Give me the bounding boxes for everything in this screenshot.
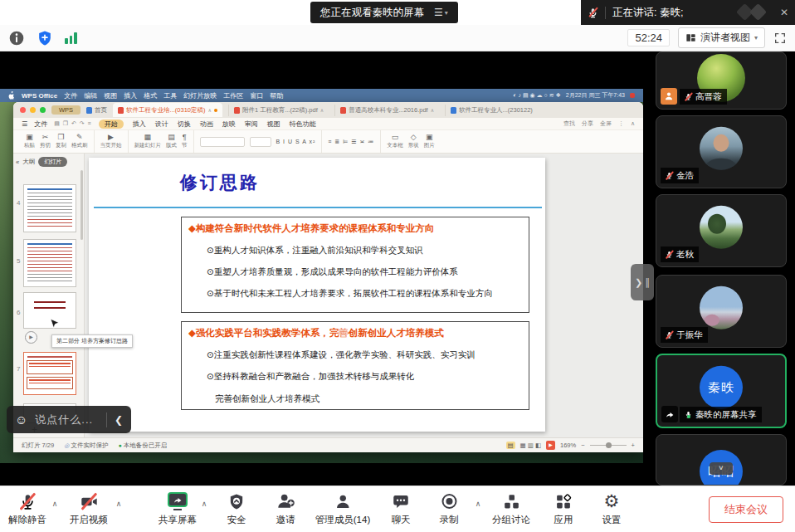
slide-layout-button[interactable]: ▤ 版式 — [166, 134, 177, 149]
apps-button[interactable]: 应用 — [554, 492, 573, 526]
paragraph-align-buttons[interactable]: ≡ ≣ ⊨ ☰ ≍ ≔ — [328, 139, 374, 145]
meeting-info-icon[interactable] — [8, 30, 25, 46]
sidebar-collapse-handle[interactable]: ❯ ∥ — [631, 264, 654, 300]
menu-format[interactable]: 格式 — [144, 91, 157, 100]
window-traffic-lights[interactable] — [20, 107, 46, 113]
unmute-options-caret[interactable]: ∧ — [52, 500, 58, 508]
share-screen-button[interactable]: 共享屏幕 — [159, 492, 197, 526]
wps-brand-tab[interactable]: WPS — [51, 105, 80, 115]
video-options-caret[interactable]: ∧ — [116, 500, 122, 508]
collapse-chat-icon[interactable]: ❮ — [115, 414, 123, 426]
menu-window[interactable]: 窗口 — [250, 91, 263, 100]
menu-help[interactable]: 帮助 — [270, 91, 283, 100]
ribbon-collapse-icon[interactable]: ∧ — [631, 120, 635, 127]
menu-slideshow[interactable]: 幻灯片放映 — [183, 91, 217, 100]
zoom-in-icon[interactable]: + — [632, 442, 635, 449]
ribbon-tab-home[interactable]: 开始 — [99, 120, 124, 129]
play-from-current-button[interactable]: ▶ 当页开始 — [100, 134, 122, 149]
end-meeting-button[interactable]: 结束会议 — [709, 496, 783, 523]
slide-thumbnail-4[interactable] — [23, 184, 76, 232]
doc-tab-pdf-2[interactable]: 普通高校本科专业...2016.pdf ∧ — [334, 105, 439, 116]
ribbon-find-button[interactable]: 查找 — [563, 120, 575, 128]
slide-thumbnail-7-selected[interactable] — [23, 352, 76, 395]
slide-thumbnail-5[interactable] — [23, 239, 76, 287]
wps-home-tab[interactable]: 首页 — [86, 106, 107, 115]
share-options-caret[interactable]: ∧ — [202, 500, 207, 508]
view-mode-icons[interactable]: ▦ ▥ ◧ — [520, 442, 541, 449]
view-normal-icon[interactable]: ▤ — [506, 442, 515, 449]
play-slideshow-icon[interactable]: ▶ — [25, 331, 37, 344]
invite-button[interactable]: 邀请 — [276, 492, 295, 526]
ribbon-tab-transition[interactable]: 切换 — [178, 120, 191, 129]
cut-button[interactable]: ✂ 剪切 — [40, 134, 51, 149]
doc-tab-active[interactable]: 软件工程专业培...(0310定稿) ∧ — [113, 103, 222, 117]
settings-button[interactable]: ⚙ 设置 — [602, 492, 622, 526]
section-button[interactable]: ¶ 节 — [182, 134, 188, 149]
breakout-rooms-button[interactable]: 分组讨论 — [492, 492, 530, 526]
start-video-button[interactable]: 开启视频 — [70, 492, 108, 526]
record-options-caret[interactable]: ∧ — [476, 500, 481, 508]
ribbon-share-button[interactable]: 分享 — [582, 120, 593, 128]
ribbon-fullscreen-button[interactable]: 全屏 — [600, 120, 612, 128]
menubar-status-icons[interactable]: ◐ ♪ ▤ ◉ ☁ ○ ≋ ❖ — [513, 92, 560, 99]
participant-tile-zhaozhao[interactable]: 昭昭 — [656, 434, 787, 486]
paste-button[interactable]: ▣ 粘贴 — [24, 134, 35, 149]
banner-menu-icon[interactable]: ☰ ▾ — [434, 7, 448, 18]
new-slide-button[interactable]: ▦ 新建幻灯片 — [134, 134, 162, 149]
security-button[interactable]: 安全 — [227, 492, 246, 526]
font-size-select[interactable] — [250, 137, 271, 147]
ribbon-more-icon[interactable]: ⋮ — [618, 120, 624, 127]
fullscreen-icon[interactable] — [773, 32, 787, 45]
chat-button[interactable]: 聊天 — [392, 492, 411, 526]
format-painter-button[interactable]: ✎ 格式刷 — [71, 134, 88, 149]
ribbon-tab-insert[interactable]: 插入 — [133, 120, 146, 129]
manage-members-button[interactable]: 管理成员(14) — [315, 492, 370, 526]
panel-collapse-icon[interactable]: « — [16, 159, 19, 166]
participant-tile-laoqiu[interactable]: 老秋 — [656, 194, 787, 267]
font-style-buttons[interactable]: B I U S A x² — [276, 139, 316, 144]
slideshow-play-icon[interactable]: ▶ — [546, 441, 555, 450]
chat-input-placeholder[interactable]: 说点什么... — [35, 412, 93, 427]
doc-tab-pdf-1[interactable]: 附件1 工程教育...(22稿).pdf ∧ — [228, 105, 329, 116]
textbox-button[interactable]: ▭ 文本框 — [387, 134, 403, 149]
menu-view[interactable]: 视图 — [104, 91, 117, 100]
panel-scrollbar[interactable] — [80, 170, 83, 240]
ribbon-tab-view[interactable]: 视图 — [267, 120, 280, 129]
ribbon-file-button[interactable]: 文件 — [34, 120, 47, 129]
zoom-slider[interactable] — [590, 445, 627, 446]
menu-workspace[interactable]: 工作区 — [223, 91, 243, 100]
box1-bullet: ⊙重构人才知识体系，注重融入前沿知识和学科交叉知识 — [182, 245, 529, 256]
picture-button[interactable]: ▣ 图片 — [424, 134, 435, 149]
zoom-out-icon[interactable]: − — [581, 442, 584, 449]
ribbon-tab-design[interactable]: 设计 — [155, 120, 168, 129]
font-family-select[interactable] — [200, 137, 245, 147]
ribbon-tab-features[interactable]: 特色功能 — [290, 120, 316, 129]
outline-tab[interactable]: 大纲 — [22, 158, 35, 166]
ribbon-tab-animation[interactable]: 动画 — [200, 120, 213, 129]
quick-access-icons[interactable]: ▤ ❐ ↶ ↷ ≡ — [54, 120, 91, 127]
ribbon-menu-icon[interactable]: ☰ — [22, 120, 27, 128]
participant-tile-gaojinrong[interactable]: 高晋蓉 — [656, 51, 787, 110]
menu-file[interactable]: 文件 — [64, 91, 77, 100]
menu-edit[interactable]: 编辑 — [84, 91, 97, 100]
view-mode-button[interactable]: 演讲者视图 ▾ — [678, 27, 765, 48]
record-button[interactable]: 录制 — [440, 492, 459, 526]
participant-tile-yuzhenhua[interactable]: 于振华 — [656, 275, 787, 348]
scroll-participants-icon[interactable]: ˅ — [710, 462, 733, 475]
ribbon-tab-review[interactable]: 审阅 — [245, 120, 258, 129]
close-icon[interactable]: ✕ — [780, 7, 788, 18]
doc-tab-doc[interactable]: 软件工程专业人...(230122) — [445, 105, 538, 116]
security-shield-icon[interactable] — [37, 30, 53, 46]
slides-tab[interactable]: 幻灯片 — [38, 157, 67, 167]
copy-button[interactable]: ❐ 复制 — [56, 134, 66, 149]
participant-tile-jinhao[interactable]: 金浩 — [656, 115, 787, 188]
participant-name-label: 秦昳的屏幕共享 — [680, 407, 762, 422]
menu-insert[interactable]: 插入 — [124, 91, 137, 100]
unmute-button[interactable]: 解除静音 — [8, 492, 46, 526]
menu-tools[interactable]: 工具 — [163, 91, 177, 100]
ribbon-tab-slideshow[interactable]: 放映 — [222, 120, 236, 129]
emoji-icon[interactable]: ☺ — [15, 412, 27, 427]
shape-button[interactable]: ◇ 形状 — [408, 134, 419, 149]
network-signal-icon[interactable] — [65, 32, 77, 44]
participant-tile-qinyi-sharing[interactable]: 秦昳 秦昳的屏幕共享 — [656, 354, 787, 428]
